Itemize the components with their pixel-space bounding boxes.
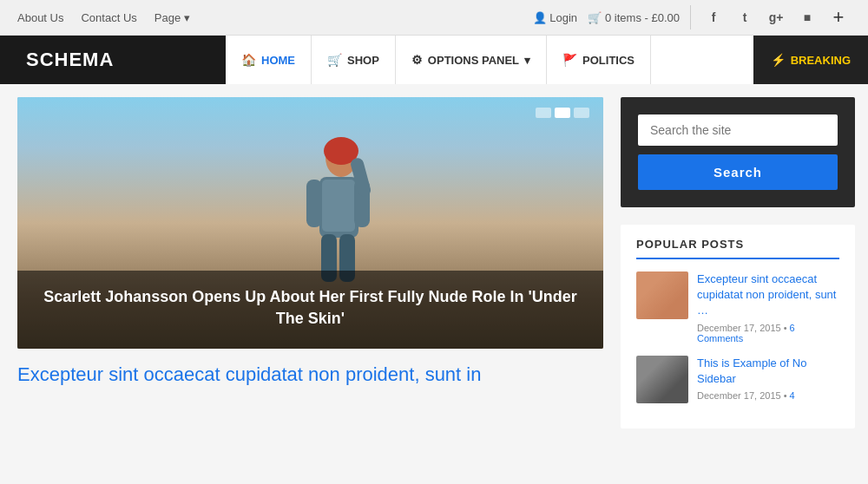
slider-dots [536, 108, 589, 118]
plus-button[interactable]: + [826, 5, 851, 29]
about-us-link[interactable]: About Us [17, 11, 63, 24]
popular-post-info-1: Excepteur sint occaecat cupidatat non pr… [697, 271, 839, 343]
popular-post-thumb-1 [636, 271, 688, 319]
main-container: Scarlett Johansson Opens Up About Her Fi… [0, 84, 868, 441]
popular-post-thumb-2 [636, 356, 688, 403]
slide-dot-3[interactable] [574, 108, 589, 118]
popular-post-title-2[interactable]: This is Example of No Sidebar [697, 356, 839, 387]
nav-politics[interactable]: 🚩 POLITICS [547, 36, 651, 84]
top-bar: About Us Contact Us Page ▾ 👤 Login 🛒 0 i… [0, 0, 868, 36]
politics-icon: 🚩 [562, 53, 577, 67]
cart-icon: 🛒 [588, 11, 602, 24]
top-bar-links: About Us Contact Us Page ▾ [17, 11, 190, 24]
article-title[interactable]: Excepteur sint occaecat cupidatat non pr… [17, 363, 603, 388]
search-input[interactable] [638, 114, 838, 146]
hero-slider[interactable]: Scarlett Johansson Opens Up About Her Fi… [17, 97, 603, 349]
header: SCHEMA 🏠 HOME 🛒 SHOP ⚙ OPTIONS PANEL ▾ 🚩… [0, 36, 868, 84]
site-logo[interactable]: SCHEMA [0, 36, 226, 84]
popular-posts-title: POPULAR POSTS [636, 238, 839, 259]
post-thumbnail-1 [636, 271, 688, 319]
svg-rect-4 [306, 180, 322, 227]
slide-dot-2[interactable] [555, 108, 570, 118]
popular-post-meta-2: December 17, 2015 • 4 [697, 390, 839, 401]
hero-caption: Scarlett Johansson Opens Up About Her Fi… [17, 271, 603, 349]
svg-rect-3 [322, 180, 355, 232]
shop-icon: 🛒 [327, 53, 342, 67]
nav-options-panel[interactable]: ⚙ OPTIONS PANEL ▾ [396, 36, 547, 84]
options-dropdown-icon: ▾ [524, 54, 530, 67]
popular-post-item-2: This is Example of No Sidebar December 1… [636, 356, 839, 403]
facebook-icon[interactable]: f [701, 5, 726, 29]
other-social-icon[interactable]: ■ [795, 5, 819, 29]
popular-post-meta-1: December 17, 2015 • 6 Comments [697, 323, 839, 343]
post-thumbnail-2 [636, 356, 688, 403]
breaking-icon: ⚡ [771, 53, 786, 67]
user-icon: 👤 [533, 11, 550, 24]
article-excerpt: Excepteur sint occaecat cupidatat non pr… [17, 349, 603, 396]
search-button[interactable]: Search [638, 154, 838, 190]
social-icons: f t g+ ■ + [690, 5, 851, 29]
popular-post-title-1[interactable]: Excepteur sint occaecat cupidatat non pr… [697, 271, 839, 319]
sidebar: Search POPULAR POSTS Excepteur sint occa… [621, 97, 855, 428]
slide-dot-1[interactable] [536, 108, 551, 118]
popular-post-item: Excepteur sint occaecat cupidatat non pr… [636, 271, 839, 343]
home-icon: 🏠 [241, 53, 256, 67]
contact-us-link[interactable]: Contact Us [81, 11, 136, 24]
nav-shop[interactable]: 🛒 SHOP [312, 36, 396, 84]
popular-post-info-2: This is Example of No Sidebar December 1… [697, 356, 839, 401]
content-area: Scarlett Johansson Opens Up About Her Fi… [17, 97, 603, 428]
google-plus-icon[interactable]: g+ [764, 5, 788, 29]
popular-post-comments-2[interactable]: 4 [790, 390, 795, 401]
options-icon: ⚙ [411, 53, 423, 67]
cart-info[interactable]: 🛒 0 items - £0.00 [588, 11, 680, 24]
popular-posts-widget: POPULAR POSTS Excepteur sint occaecat cu… [621, 225, 855, 428]
login-link[interactable]: 👤 Login [533, 11, 577, 24]
top-bar-right: 👤 Login 🛒 0 items - £0.00 f t g+ ■ + [533, 5, 851, 29]
nav-home[interactable]: 🏠 HOME [226, 36, 312, 84]
page-dropdown-icon: ▾ [184, 11, 190, 24]
page-link[interactable]: Page ▾ [155, 11, 190, 24]
main-nav: 🏠 HOME 🛒 SHOP ⚙ OPTIONS PANEL ▾ 🚩 POLITI… [226, 36, 868, 84]
search-widget: Search [621, 97, 855, 207]
twitter-icon[interactable]: t [733, 5, 757, 29]
nav-breaking[interactable]: ⚡ BREAKING [753, 36, 868, 84]
